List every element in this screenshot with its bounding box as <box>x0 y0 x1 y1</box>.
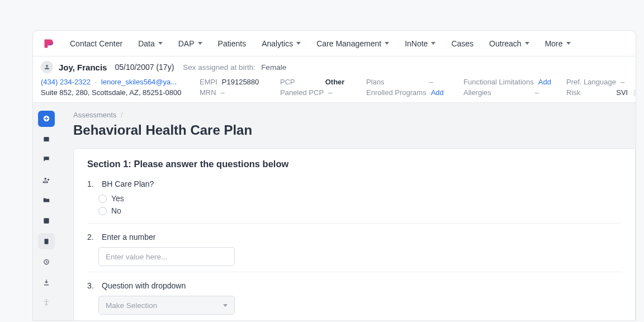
number-input[interactable] <box>98 247 235 266</box>
functional-limitations-label: Functional Limitations <box>463 78 534 86</box>
dropdown-placeholder: Make Selection <box>106 301 157 310</box>
mrn-label: MRN <box>200 88 216 97</box>
nav-more[interactable]: More <box>545 39 571 48</box>
patient-phone[interactable]: (434) 234-2322 <box>41 78 91 86</box>
chevron-down-icon <box>566 42 571 45</box>
pcp-label: PCP <box>280 78 295 86</box>
sidebar-add-button[interactable] <box>38 111 55 127</box>
patient-details: (434) 234-2322 · lenore_skiles564@ya... … <box>33 77 636 103</box>
patient-sex-label: Sex assigned at birth: <box>183 63 255 72</box>
nav-contact-center[interactable]: Contact Center <box>70 39 122 48</box>
svg-point-2 <box>45 178 47 180</box>
chevron-down-icon <box>158 42 163 45</box>
nav-dap[interactable]: DAP <box>178 39 202 48</box>
radio-option-no[interactable]: No <box>98 206 622 215</box>
empi-value: P19125880 <box>222 78 259 86</box>
clipboard-icon <box>42 238 50 245</box>
clock-icon <box>42 258 50 266</box>
sidebar-item-download[interactable] <box>38 274 55 290</box>
divider <box>87 223 622 224</box>
separator: · <box>95 78 97 86</box>
sidebar-item-assessments[interactable] <box>38 233 55 249</box>
plus-circle-icon <box>42 115 50 122</box>
patient-address: Suite 852, 280, Scottsdale, AZ, 85251-08… <box>41 88 186 97</box>
body: Assessments / Behavioral Health Care Pla… <box>33 103 636 321</box>
divider <box>87 272 622 272</box>
nav-label: DAP <box>178 39 195 48</box>
nav-label: InNote <box>405 39 428 48</box>
nav-cases[interactable]: Cases <box>451 39 473 48</box>
app-logo <box>43 38 54 49</box>
radio-option-yes[interactable]: Yes <box>98 194 622 203</box>
radio-icon <box>98 207 107 215</box>
sidebar-item-chat[interactable] <box>38 151 55 168</box>
chevron-down-icon <box>223 304 228 307</box>
plans-label: Plans <box>366 78 385 86</box>
patient-contact-line: (434) 234-2322 · lenore_skiles564@ya... <box>41 78 186 86</box>
patient-header: Joy, Francis 05/10/2007 (17y) Sex assign… <box>33 56 636 77</box>
nav-care-management[interactable]: Care Management <box>316 39 389 48</box>
patient-sex-value: Female <box>261 63 286 72</box>
person-add-icon <box>42 176 50 184</box>
app-window: Contact Center Data DAP Patients Analyti… <box>32 30 636 321</box>
question-text: Enter a number <box>102 233 156 242</box>
empi-label: EMPI <box>200 78 217 86</box>
allergies-label: Allergies <box>463 88 491 97</box>
chevron-down-icon <box>385 42 389 45</box>
breadcrumb-root[interactable]: Assessments <box>73 111 116 119</box>
nav-outreach[interactable]: Outreach <box>489 39 529 48</box>
nav-label: Outreach <box>489 39 522 48</box>
nav-innote[interactable]: InNote <box>405 39 435 48</box>
nav-label: Contact Center <box>70 39 122 48</box>
question-number: 1. <box>87 179 96 188</box>
svg-rect-1 <box>44 137 49 141</box>
question-number: 3. <box>87 281 96 290</box>
sidebar-item-accessibility[interactable] <box>38 295 55 311</box>
risk-value: SVI <box>616 88 628 97</box>
patient-email[interactable]: lenore_skiles564@ya... <box>101 78 177 86</box>
sidebar-item-list[interactable] <box>38 213 55 229</box>
left-sidebar <box>33 103 60 321</box>
risk-badge: H <box>633 89 636 96</box>
nav-data[interactable]: Data <box>138 39 163 48</box>
accessibility-icon <box>42 299 50 306</box>
section-title: Section 1: Please answer the questions b… <box>87 159 622 169</box>
pcp-value: Other <box>325 78 345 86</box>
question-1: 1. BH Care Plan? Yes No <box>87 179 622 215</box>
plans-value: – <box>429 78 433 86</box>
functional-limitations-add[interactable]: Add <box>538 78 551 86</box>
sidebar-item-profile[interactable] <box>38 131 55 148</box>
chat-icon <box>42 155 50 163</box>
sidebar-item-team[interactable] <box>38 172 55 188</box>
sidebar-item-folder[interactable] <box>38 192 55 209</box>
nav-patients[interactable]: Patients <box>218 39 247 48</box>
sidebar-item-alerts[interactable] <box>38 254 55 270</box>
question-1-options: Yes No <box>98 194 622 215</box>
pref-language-label: Pref. Language <box>566 78 616 86</box>
enrolled-programs-label: Enrolled Programs <box>366 88 427 97</box>
main-content: Assessments / Behavioral Health Care Pla… <box>60 103 636 321</box>
question-text: BH Care Plan? <box>102 179 154 188</box>
nav-label: Data <box>138 39 155 48</box>
paneled-pcp-value: – <box>328 88 332 97</box>
form-card: Section 1: Please answer the questions b… <box>73 148 636 321</box>
nav-label: Patients <box>218 39 247 48</box>
sidebar-item-building[interactable] <box>38 315 55 321</box>
mrn-value: – <box>221 88 225 97</box>
question-number: 2. <box>87 233 96 242</box>
breadcrumb-separator: / <box>121 111 123 119</box>
chevron-down-icon <box>525 42 529 45</box>
nav-items: Contact Center Data DAP Patients Analyti… <box>70 39 571 48</box>
nav-analytics[interactable]: Analytics <box>262 39 301 48</box>
enrolled-programs-add[interactable]: Add <box>431 88 444 97</box>
dropdown-select[interactable]: Make Selection <box>98 296 235 315</box>
risk-label: Risk <box>566 88 580 97</box>
top-nav: Contact Center Data DAP Patients Analyti… <box>33 31 636 56</box>
chevron-down-icon <box>198 42 202 45</box>
radio-icon <box>98 195 107 203</box>
pref-language-value: – <box>621 78 624 86</box>
nav-label: More <box>545 39 563 48</box>
svg-rect-7 <box>45 320 48 321</box>
nav-label: Analytics <box>262 39 293 48</box>
nav-label: Care Management <box>316 39 381 48</box>
